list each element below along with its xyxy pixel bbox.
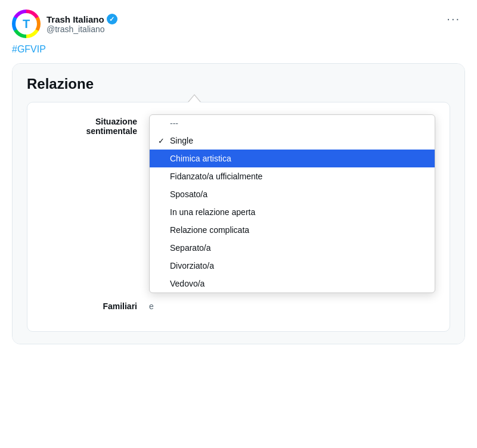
more-options-button[interactable]: ··· [442,10,465,28]
checkmark-divorziato [158,262,166,270]
avatar: T [12,10,41,38]
card: Relazione Situazionesentimentale [12,63,465,344]
dropdown-label-sposato: Sposato/a [170,189,207,199]
hashtag[interactable]: #GFVIP [12,44,465,55]
verified-icon: ✓ [107,14,117,24]
dropdown-item-relazione-aperta[interactable]: In una relazione aperta [150,203,435,221]
checkmark-separator [158,119,166,128]
checkmark-relazione-complicata [158,226,166,235]
avatar-letter: T [23,17,30,31]
avatar-inner: T [16,13,37,35]
checkmark-vedovo [158,279,166,288]
card-inner: Relazione Situazionesentimentale [13,64,464,344]
dropdown-label-fidanzato: Fidanzato/a ufficialmente [170,172,262,181]
checkmark-separato [158,244,166,253]
dropdown-label-divorziato: Divorziato/a [170,261,214,270]
dropdown-label-relazione-aperta: In una relazione aperta [170,207,255,217]
author-name: Trash Italiano [47,14,104,24]
dropdown-label-vedovo: Vedovo/a [170,279,205,288]
dropdown-wrapper: --- ✓ Single Chimica artistica [149,114,435,293]
dropdown-menu[interactable]: --- ✓ Single Chimica artistica [149,114,435,293]
dropdown-item-separator[interactable]: --- [150,115,435,132]
situazione-label: Situazionesentimentale [42,114,149,136]
dropdown-label-chimica: Chimica artistica [170,154,231,163]
author-handle: @trash_italiano [47,24,117,34]
checkmark-relazione-aperta [158,208,166,217]
dropdown-item-separato[interactable]: Separato/a [150,239,435,257]
familiari-label: Familiari [42,301,149,311]
dropdown-item-chimica[interactable]: Chimica artistica [150,150,435,167]
card-title: Relazione [27,76,450,92]
checkmark-sposato [158,190,166,199]
dropdown-label-relazione-complicata: Relazione complicata [170,225,249,235]
familiari-value: e [149,301,154,311]
dropdown-item-vedovo[interactable]: Vedovo/a [150,275,435,293]
tweet-container: T Trash Italiano ✓ @trash_italiano ··· #… [12,10,465,344]
checkmark-single: ✓ [158,136,166,145]
checkmark-fidanzato [158,172,166,181]
dropdown-label-separator: --- [170,119,178,128]
author-info: Trash Italiano ✓ @trash_italiano [47,14,117,34]
dropdown-item-relazione-complicata[interactable]: Relazione complicata [150,221,435,239]
checkmark-chimica [158,154,166,163]
tweet-header: T Trash Italiano ✓ @trash_italiano ··· [12,10,465,38]
tweet-author: T Trash Italiano ✓ @trash_italiano [12,10,117,38]
situazione-row: Situazionesentimentale --- ✓ [42,114,435,293]
author-name-row: Trash Italiano ✓ [47,14,117,24]
dropdown-item-divorziato[interactable]: Divorziato/a [150,257,435,275]
dropdown-item-sposato[interactable]: Sposato/a [150,185,435,203]
caret-up [188,95,200,102]
dropdown-label-separato: Separato/a [170,243,211,253]
dropdown-item-single[interactable]: ✓ Single [150,132,435,150]
form-area: Situazionesentimentale --- ✓ [27,102,450,332]
dropdown-item-fidanzato[interactable]: Fidanzato/a ufficialmente [150,167,435,185]
familiari-row: Familiari e [42,301,435,311]
dropdown-label-single: Single [170,136,193,145]
